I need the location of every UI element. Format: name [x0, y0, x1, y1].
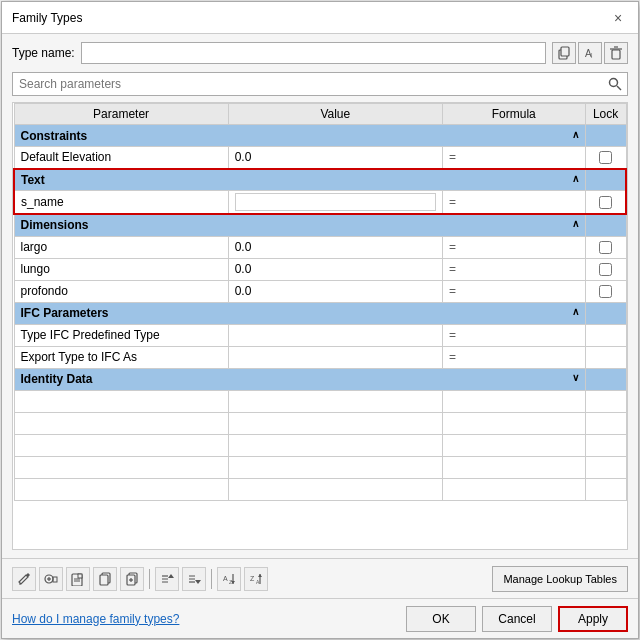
close-button[interactable]: × — [608, 8, 628, 28]
ifc-chevron: ∧ — [572, 306, 579, 317]
duplicate-type-btn[interactable] — [552, 42, 576, 64]
table-row — [14, 434, 626, 456]
value-export-ifc — [228, 346, 442, 368]
table-header-row: Parameter Value Formula Lock — [14, 104, 626, 125]
apply-button[interactable]: Apply — [558, 606, 628, 632]
ok-button[interactable]: OK — [406, 606, 476, 632]
table-row — [14, 478, 626, 500]
footer: How do I manage family types? OK Cancel … — [2, 598, 638, 638]
lock-default-elevation — [585, 147, 626, 169]
constraints-chevron: ∧ — [572, 129, 579, 140]
table-row: s_name = — [14, 191, 626, 215]
duplicate-icon — [557, 46, 571, 60]
svg-marker-40 — [258, 574, 262, 577]
add-param-btn[interactable] — [39, 567, 63, 591]
table-row: lungo 0.0 = — [14, 258, 626, 280]
table-row: Type IFC Predefined Type = — [14, 324, 626, 346]
help-link[interactable]: How do I manage family types? — [12, 612, 179, 626]
edit-icon-btn[interactable] — [12, 567, 36, 591]
move-down-btn[interactable] — [182, 567, 206, 591]
formula-largo: = — [442, 236, 585, 258]
dimensions-chevron: ∧ — [572, 218, 579, 229]
lock-checkbox-s-name[interactable] — [599, 196, 612, 209]
svg-text:|: | — [591, 52, 593, 58]
svg-point-7 — [610, 79, 618, 87]
svg-text:Z: Z — [229, 579, 232, 585]
lock-checkbox-largo[interactable] — [599, 241, 612, 254]
toolbar-separator-1 — [149, 569, 150, 589]
load-icon — [71, 572, 85, 586]
copy-btn[interactable] — [93, 567, 117, 591]
title-bar: Family Types × — [2, 2, 638, 34]
search-row — [12, 72, 628, 96]
formula-s-name: = — [442, 191, 585, 215]
add-copy-btn[interactable] — [120, 567, 144, 591]
svg-marker-32 — [195, 580, 201, 584]
dialog-content: Type name: A | — [2, 34, 638, 558]
svg-marker-28 — [168, 574, 174, 578]
value-s-name[interactable] — [228, 191, 442, 215]
move-up-btn[interactable] — [155, 567, 179, 591]
search-input[interactable] — [13, 77, 603, 91]
section-text: Text ∧ — [14, 169, 626, 191]
manage-lookup-tables-btn[interactable]: Manage Lookup Tables — [492, 566, 628, 592]
section-constraints: Constraints ∧ — [14, 125, 626, 147]
delete-type-btn[interactable] — [604, 42, 628, 64]
param-largo: largo — [14, 236, 228, 258]
section-ifc: IFC Parameters ∧ — [14, 302, 626, 324]
table-row: Default Elevation 0.0 = — [14, 147, 626, 169]
lock-profondo — [585, 280, 626, 302]
text-chevron: ∧ — [572, 173, 579, 184]
svg-rect-4 — [612, 50, 620, 59]
value-header: Value — [228, 104, 442, 125]
sort-za-btn[interactable]: Z A — [244, 567, 268, 591]
add-param-icon — [44, 572, 58, 586]
param-default-elevation: Default Elevation — [14, 147, 228, 169]
svg-line-8 — [617, 86, 621, 90]
sort-za-icon: Z A — [249, 572, 263, 586]
formula-default-elevation: = — [442, 147, 585, 169]
svg-text:A: A — [256, 579, 260, 585]
sort-az-icon: A Z — [222, 572, 236, 586]
rename-icon: A | — [583, 46, 597, 60]
svg-rect-20 — [100, 575, 108, 585]
load-btn[interactable] — [66, 567, 90, 591]
table-row: Export Type to IFC As = — [14, 346, 626, 368]
formula-header: Formula — [442, 104, 585, 125]
pencil-icon — [17, 572, 31, 586]
lock-checkbox-default-elevation[interactable] — [599, 151, 612, 164]
type-name-input[interactable] — [81, 42, 546, 64]
delete-icon — [609, 46, 623, 60]
search-button[interactable] — [603, 72, 627, 96]
svg-rect-1 — [561, 47, 569, 56]
toolbar-separator-2 — [211, 569, 212, 589]
bottom-toolbar: A Z Z A Manage Lookup Tables — [2, 558, 638, 598]
dialog-title: Family Types — [12, 11, 82, 25]
section-dimensions-label: Dimensions ∧ — [14, 214, 585, 236]
param-lungo: lungo — [14, 258, 228, 280]
section-ifc-label: IFC Parameters ∧ — [14, 302, 585, 324]
family-types-dialog: Family Types × Type name: A | — [1, 1, 639, 639]
section-text-label: Text ∧ — [14, 169, 585, 191]
add-copy-icon — [125, 572, 139, 586]
parameters-table-container: Parameter Value Formula Lock Constraints… — [12, 102, 628, 550]
value-ifc-predefined — [228, 324, 442, 346]
lock-export-ifc — [585, 346, 626, 368]
type-name-buttons: A | — [552, 42, 628, 64]
section-dimensions: Dimensions ∧ — [14, 214, 626, 236]
sort-az-btn[interactable]: A Z — [217, 567, 241, 591]
cancel-button[interactable]: Cancel — [482, 606, 552, 632]
rename-type-btn[interactable]: A | — [578, 42, 602, 64]
table-row — [14, 390, 626, 412]
table-row: largo 0.0 = — [14, 236, 626, 258]
s-name-input[interactable] — [235, 193, 436, 211]
lock-largo — [585, 236, 626, 258]
param-s-name: s_name — [14, 191, 228, 215]
svg-rect-13 — [53, 577, 57, 582]
type-name-row: Type name: A | — [12, 42, 628, 64]
value-default-elevation: 0.0 — [228, 147, 442, 169]
lock-checkbox-lungo[interactable] — [599, 263, 612, 276]
lock-checkbox-profondo[interactable] — [599, 285, 612, 298]
type-name-label: Type name: — [12, 46, 75, 60]
param-export-ifc: Export Type to IFC As — [14, 346, 228, 368]
